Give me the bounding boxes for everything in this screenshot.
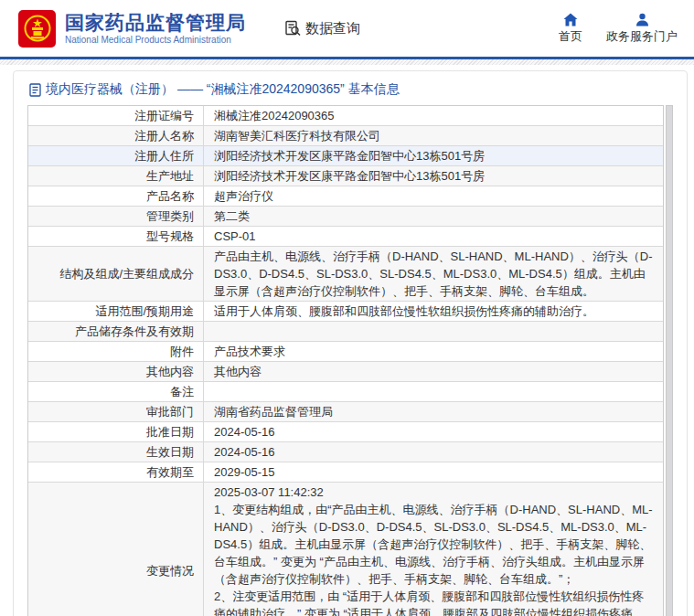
row-label-text: 生效日期 <box>146 443 194 461</box>
row-label: 审批部门 <box>28 402 204 421</box>
table-row: 管理类别第二类 <box>28 207 663 227</box>
row-label: 生产地址 <box>28 166 204 186</box>
nav-gov-portal-label: 政务服务门户 <box>606 28 678 45</box>
row-label-text: 型号规格 <box>146 228 194 245</box>
row-value: CSP-01 <box>204 227 663 246</box>
row-value: 适用于人体肩颈、腰腹部和四肢部位慢性软组织损伤性疼痛的辅助治疗。 <box>204 302 663 321</box>
row-label-text: 管理类别 <box>146 207 194 225</box>
row-label-text: 注册人住所 <box>134 147 194 165</box>
content-panel: 境内医疗器械（注册） —— “湘械注准20242090365” 基本信息 注册证… <box>13 70 688 616</box>
breadcrumb-text: 境内医疗器械（注册） —— “湘械注准20242090365” 基本信息 <box>46 81 400 98</box>
brand-text: 国家药品监督管理局 National Medical Products Admi… <box>65 12 246 45</box>
info-table: 注册证编号湘械注准20242090365注册人名称湖南智美汇科医疗科技有限公司注… <box>27 105 664 616</box>
row-label: 结构及组成/主要组成成分 <box>28 247 204 301</box>
table-row: 注册人住所浏阳经济技术开发区康平路金阳智中心13栋501号房 <box>28 146 663 166</box>
row-label-text: 备注 <box>170 383 194 400</box>
row-label-text: 产品储存条件及有效期 <box>75 323 194 340</box>
scrollbar-thumb[interactable] <box>667 106 672 616</box>
row-label-text: 变更情况 <box>146 562 194 579</box>
table-row: 产品名称超声治疗仪 <box>28 186 663 207</box>
row-value: 浏阳经济技术开发区康平路金阳智中心13栋501号房 <box>204 166 663 186</box>
row-label: 管理类别 <box>28 207 204 226</box>
home-icon <box>563 13 578 27</box>
row-label: 注册人住所 <box>28 146 204 165</box>
table-row: 结构及组成/主要组成成分产品由主机、电源线、治疗手柄（D-HAND、SL-HAN… <box>28 247 663 302</box>
org-name-cn: 国家药品监督管理局 <box>65 12 246 33</box>
row-label-text: 审批部门 <box>146 403 194 420</box>
row-value: 2024-05-16 <box>204 442 663 462</box>
page-header: 国家药品监督管理局 National Medical Products Admi… <box>0 0 694 57</box>
row-value: 第二类 <box>204 207 663 226</box>
row-label: 生效日期 <box>28 442 204 462</box>
row-value: 湖南智美汇科医疗科技有限公司 <box>204 126 663 145</box>
data-query-label: 数据查询 <box>305 20 360 37</box>
table-row: 其他内容其他内容 <box>28 362 663 382</box>
row-value: 产品由主机、电源线、治疗手柄（D-HAND、SL-HAND、ML-HAND）、治… <box>204 247 663 301</box>
table-row: 适用范围/预期用途适用于人体肩颈、腰腹部和四肢部位慢性软组织损伤性疼痛的辅助治疗… <box>28 302 663 322</box>
row-label-text: 结构及组成/主要组成成分 <box>59 265 194 282</box>
table-row: 型号规格CSP-01 <box>28 227 663 247</box>
row-label: 产品储存条件及有效期 <box>28 322 204 341</box>
row-label: 附件 <box>28 342 204 361</box>
table-row: 有效期至2029-05-15 <box>28 462 663 483</box>
table-row: 产品储存条件及有效期 <box>28 322 663 342</box>
row-label: 变更情况 <box>28 483 204 616</box>
row-label: 产品名称 <box>28 186 204 206</box>
row-label: 批准日期 <box>28 422 204 441</box>
row-value <box>204 391 663 393</box>
row-value: 2029-05-15 <box>204 462 663 482</box>
row-value: 2024-05-16 <box>204 422 663 441</box>
breadcrumb: 境内医疗器械（注册） —— “湘械注准20242090365” 基本信息 <box>27 80 673 105</box>
document-search-icon <box>284 20 302 37</box>
row-label: 适用范围/预期用途 <box>28 302 204 321</box>
row-value: 湘械注准20242090365 <box>204 106 663 125</box>
page-icon <box>29 83 41 97</box>
row-value: 产品技术要求 <box>204 342 663 361</box>
row-label-text: 注册证编号 <box>134 107 194 124</box>
table-row: 审批部门湖南省药品监督管理局 <box>28 402 663 422</box>
table-row: 注册证编号湘械注准20242090365 <box>28 106 663 126</box>
nav-home-label: 首页 <box>559 28 582 45</box>
row-value: 其他内容 <box>204 362 663 381</box>
table-row: 变更情况2025-03-07 11:42:32 1、变更结构组成，由“产品由主机… <box>28 483 663 616</box>
table-row: 注册人名称湖南智美汇科医疗科技有限公司 <box>28 126 663 146</box>
row-label: 型号规格 <box>28 227 204 246</box>
row-label-text: 批准日期 <box>146 423 194 441</box>
row-label-text: 附件 <box>170 343 194 360</box>
top-nav: 首页 政务服务门户 <box>559 13 678 45</box>
row-value: 湖南省药品监督管理局 <box>204 402 663 421</box>
nav-home[interactable]: 首页 <box>559 13 582 45</box>
row-label: 注册证编号 <box>28 106 204 125</box>
person-icon <box>635 13 649 27</box>
table-row: 备注 <box>28 382 663 402</box>
table-scrollbar[interactable] <box>666 105 673 616</box>
row-label-text: 产品名称 <box>146 187 194 205</box>
table-wrap: 注册证编号湘械注准20242090365注册人名称湖南智美汇科医疗科技有限公司注… <box>27 105 673 616</box>
nav-gov-portal[interactable]: 政务服务门户 <box>606 13 678 45</box>
table-row: 批准日期2024-05-16 <box>28 422 663 442</box>
row-value <box>204 331 663 333</box>
row-label-text: 有效期至 <box>146 463 194 481</box>
row-value: 2025-03-07 11:42:32 1、变更结构组成，由“产品由主机、电源线… <box>204 483 663 616</box>
nmpa-logo <box>18 10 56 48</box>
row-label: 有效期至 <box>28 462 204 482</box>
table-row: 生效日期2024-05-16 <box>28 442 663 462</box>
row-label-text: 生产地址 <box>146 167 194 185</box>
row-label: 备注 <box>28 382 204 401</box>
row-label-text: 注册人名称 <box>134 127 194 144</box>
row-label-text: 其他内容 <box>146 363 194 380</box>
national-emblem-icon <box>22 13 53 44</box>
header-hatch-band <box>0 59 694 65</box>
table-row: 生产地址浏阳经济技术开发区康平路金阳智中心13栋501号房 <box>28 166 663 186</box>
row-label: 注册人名称 <box>28 126 204 145</box>
row-label: 其他内容 <box>28 362 204 381</box>
row-value: 超声治疗仪 <box>204 186 663 206</box>
row-value: 浏阳经济技术开发区康平路金阳智中心13栋501号房 <box>204 146 663 165</box>
table-row: 附件产品技术要求 <box>28 342 663 362</box>
row-label-text: 适用范围/预期用途 <box>95 303 194 320</box>
org-name-en: National Medical Products Administration <box>65 35 246 45</box>
data-query-section[interactable]: 数据查询 <box>284 20 360 37</box>
